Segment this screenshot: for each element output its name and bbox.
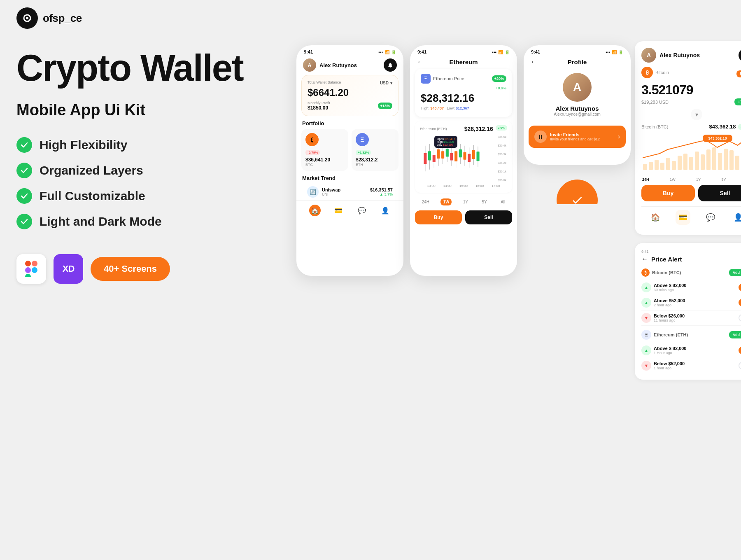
- feature-text-1: High Flexibility: [40, 138, 127, 152]
- desktop-nav-chat[interactable]: 💬: [703, 210, 718, 225]
- back-btn-profile[interactable]: ←: [530, 58, 538, 66]
- bottom-nav-main: 🏠 💳 💬 👤: [296, 200, 403, 222]
- candlestick-chart: $36.5k$36.4k$36.3k$36.2k$36.1k$36.0k Ope…: [420, 134, 507, 183]
- feature-item-3: Full Customizable: [16, 188, 296, 204]
- svg-rect-18: [446, 149, 449, 157]
- svg-rect-33: [643, 164, 647, 170]
- btc-dropdown[interactable]: BTC: [736, 70, 741, 77]
- desktop-notif-btn[interactable]: 🔔: [739, 49, 741, 62]
- svg-rect-2: [25, 261, 31, 266]
- sell-btn-eth[interactable]: Sell: [465, 210, 512, 224]
- eth-sub-card: Ethereum (ETH) $28,312.16 0.9% $36.5k$36…: [415, 121, 512, 193]
- buy-btn-eth[interactable]: Buy: [415, 210, 462, 224]
- svg-rect-46: [718, 153, 722, 170]
- hero-title: Crypto Wallet: [16, 49, 296, 86]
- svg-rect-10: [428, 151, 431, 160]
- profile-email: Alexrutuynos@gmail.com: [554, 112, 601, 117]
- svg-rect-49: [735, 156, 739, 170]
- price-alert-panel: 9:41 ▪▪▪📶 ← Price Alert ₿ Bitcoin (BTC) …: [635, 243, 741, 380]
- feature-text-2: Organized Layers: [40, 163, 143, 177]
- desktop-nav-profile[interactable]: 👤: [731, 210, 741, 225]
- svg-rect-44: [706, 149, 711, 170]
- logo-area: ofsp_ce: [16, 7, 82, 29]
- nav-wallet[interactable]: 💳: [333, 205, 344, 216]
- check-icon-4: [16, 214, 32, 229]
- check-icon-2: [16, 163, 32, 178]
- add-new-eth-btn[interactable]: Add New: [729, 331, 741, 338]
- svg-rect-12: [433, 155, 436, 162]
- feature-item-4: Light and Dark Mode: [16, 214, 296, 229]
- notification-btn[interactable]: [384, 58, 397, 72]
- sell-btn-desktop[interactable]: Sell: [698, 185, 741, 201]
- alert-back-btn[interactable]: ←: [641, 255, 648, 263]
- check-icon-3: [16, 188, 32, 204]
- check-icon-1: [16, 137, 32, 153]
- profile-name: Alex Rutuynos: [555, 105, 599, 112]
- back-btn-eth[interactable]: ←: [417, 58, 424, 66]
- logo-icon: [16, 7, 38, 29]
- eth-action-btns: Buy Sell: [410, 208, 517, 229]
- alert-item-4: ▲ Above $ 82,000 1 Hour ago: [641, 343, 741, 358]
- buy-btn-desktop[interactable]: Buy: [641, 185, 695, 201]
- profile-phone: 9:41 ▪▪▪📶🔋 ← Profile A Alex Rutuynos Ale…: [524, 45, 631, 165]
- wallet-balance: $6641.20: [308, 87, 392, 98]
- chart-time-selector: 24H 1W 1Y 5Y All: [641, 177, 741, 182]
- desktop-action-btns: Buy Sell: [641, 185, 741, 201]
- nav-home[interactable]: 🏠: [309, 205, 321, 216]
- desktop-avatar: A: [641, 48, 656, 63]
- svg-rect-35: [655, 160, 659, 170]
- toggle-4[interactable]: [739, 347, 741, 354]
- svg-rect-39: [678, 156, 682, 170]
- svg-rect-45: [712, 147, 716, 170]
- desktop-bottom-nav: 🏠 💳 💬 👤: [641, 206, 741, 228]
- eth-portfolio-card: Ξ +1.32% $28,312.2 ETH: [352, 129, 398, 171]
- chart-time-tabs-eth[interactable]: 24H 1W 1Y 5Y All: [410, 196, 517, 208]
- alert-item-1: ▲ Above $ 82,000 30 mins ago: [641, 280, 741, 295]
- btc-portfolio-card: ₿ -0.79% $36,641.20 BTC: [301, 129, 348, 171]
- toggle-2[interactable]: [739, 299, 741, 306]
- svg-rect-48: [729, 150, 734, 170]
- svg-rect-5: [25, 274, 31, 277]
- svg-rect-24: [459, 149, 462, 158]
- svg-rect-40: [683, 154, 687, 170]
- desktop-nav-home[interactable]: 🏠: [648, 210, 663, 225]
- svg-rect-42: [695, 152, 699, 170]
- alert-item-5: ▼ Below $52,000 1 hour ago: [641, 358, 741, 373]
- svg-rect-36: [660, 163, 664, 170]
- svg-rect-30: [472, 150, 475, 159]
- nav-profile[interactable]: 👤: [380, 205, 391, 216]
- tool-badges: XD 40+ Screens: [16, 254, 296, 284]
- desktop-username: Alex Rutuynos: [659, 52, 700, 58]
- invite-friends-card[interactable]: ⏸ Invite Friends Invite your friends and…: [529, 126, 626, 148]
- eth-phone-header: ← Ethereum: [410, 56, 517, 69]
- svg-rect-32: [477, 152, 480, 161]
- alert-item-3: ▼ Below $26,000 11 hours ago: [641, 310, 741, 326]
- username-main: Alex Rutuynos: [319, 62, 357, 68]
- desktop-nav-wallet[interactable]: 💳: [676, 210, 690, 225]
- feature-list: High Flexibility Organized Layers Full C…: [16, 137, 296, 229]
- brand-name: ofsp_ce: [43, 12, 82, 25]
- main-phone: 9:41 ▪▪▪📶🔋 A Alex Rutuynos: [296, 45, 403, 276]
- line-chart: $43,362.18: [641, 133, 741, 174]
- add-new-btc-btn[interactable]: Add New: [729, 269, 741, 276]
- toggle-5[interactable]: [739, 362, 741, 369]
- right-panel: A Alex Rutuynos 🔔 ₿ Bitcoin BTC 3.521079…: [635, 41, 741, 560]
- svg-rect-14: [437, 149, 440, 159]
- xd-badge: XD: [54, 254, 83, 284]
- alert-item-2: ▲ Above $52,000 2 hour ago: [641, 295, 741, 310]
- svg-rect-16: [441, 151, 444, 159]
- avatar-main: A: [303, 58, 316, 72]
- figma-badge: [16, 254, 46, 284]
- toggle-3[interactable]: [739, 314, 741, 322]
- svg-rect-47: [724, 149, 728, 170]
- profile-avatar: A: [563, 73, 592, 102]
- alert-header: ← Price Alert: [641, 255, 741, 263]
- nav-chat[interactable]: 💬: [356, 205, 368, 216]
- toggle-1[interactable]: [739, 284, 741, 291]
- svg-rect-37: [666, 158, 670, 170]
- feature-item-1: High Flexibility: [16, 137, 296, 153]
- hero-subtitle: Mobile App Ui Kit: [16, 101, 296, 119]
- status-bar-eth: 9:41 ▪▪▪📶🔋: [410, 45, 517, 56]
- svg-point-1: [26, 17, 28, 19]
- expand-chevron[interactable]: ▾: [691, 109, 702, 120]
